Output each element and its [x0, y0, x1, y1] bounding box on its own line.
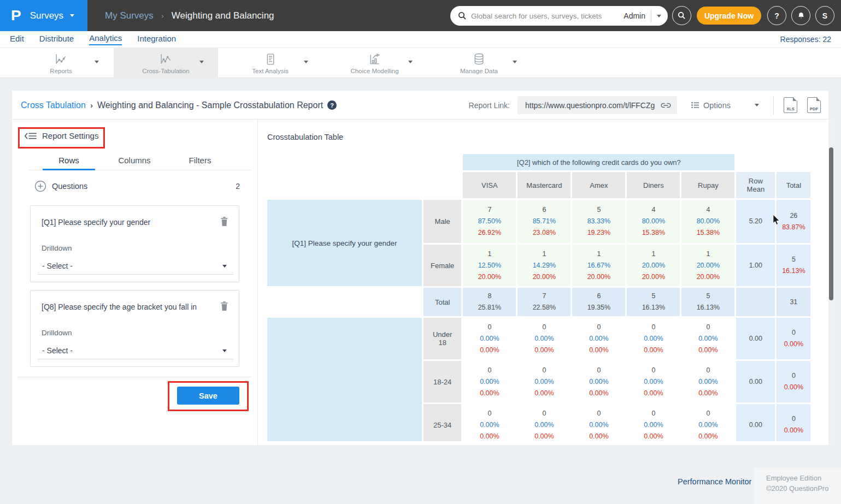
chevron-down-icon[interactable] — [304, 61, 308, 63]
column-header: VISA — [463, 172, 516, 198]
search-scope-selector[interactable]: Admin — [624, 11, 645, 20]
toolbar-label: Cross-Tabulation — [142, 68, 189, 74]
search-icon — [678, 11, 686, 20]
nav-edit[interactable]: Edit — [10, 34, 24, 45]
total-cell: 31 — [777, 288, 810, 316]
report-title: Weighting and Balancing - Sample Crossta… — [97, 100, 323, 110]
performance-monitor-link[interactable]: Performance Monitor — [678, 477, 751, 486]
report-link-label: Report Link: — [469, 101, 510, 110]
tab-columns[interactable]: Columns — [107, 156, 162, 165]
chevron-down-icon[interactable] — [755, 104, 759, 106]
table-row-under-18: Under 18 00.00%0.00% 00.00%0.00% 00.00%0… — [267, 318, 810, 359]
column-header-row: VISA Mastercard Amex Diners Rupay Row Me… — [267, 172, 810, 198]
data-cell: 00.00%0.00% — [627, 404, 680, 441]
data-cell: 619.35% — [572, 288, 625, 316]
crosstab-table: [Q2] which of the following credit cards… — [266, 152, 812, 441]
crosstab-table-title: Crosstabulation Table — [267, 133, 343, 141]
data-cell: 00.00%0.00% — [681, 318, 734, 359]
cross-tab-chart-icon — [159, 52, 173, 66]
scrollbar-thumb[interactable] — [829, 147, 833, 300]
drilldown-select[interactable]: - Select - — [37, 343, 233, 359]
global-search: Admin — [450, 6, 668, 26]
row-header: Under 18 — [424, 318, 461, 359]
delete-question-icon[interactable] — [220, 301, 229, 311]
toolbar-reports[interactable]: Reports — [9, 48, 113, 78]
notifications-button[interactable] — [791, 6, 810, 25]
responses-count: Responses: 22 — [780, 35, 831, 44]
toolbar-choice-modelling[interactable]: Choice Modelling — [322, 48, 427, 78]
options-menu[interactable]: Options — [691, 101, 731, 110]
row-header: Male — [424, 200, 461, 243]
text-document-icon — [263, 52, 277, 66]
column-header: Diners — [627, 172, 680, 198]
q1-group-label: [Q1] Please specify your gender — [267, 200, 422, 286]
report-help-button[interactable]: ? — [327, 100, 337, 110]
product-menu[interactable]: P Surveys — [0, 0, 87, 31]
product-menu-label: Surveys — [30, 10, 63, 21]
avatar[interactable]: S — [815, 6, 834, 25]
chevron-down-icon[interactable] — [513, 61, 517, 63]
nav-distribute[interactable]: Distribute — [39, 34, 74, 45]
toolbar-cross-tabulation[interactable]: Cross-Tabulation — [114, 48, 218, 78]
drilldown-select[interactable]: - Select - — [37, 258, 233, 275]
chevron-down-icon[interactable] — [408, 61, 413, 63]
total-cell: 516.13% — [777, 245, 810, 286]
report-link-url[interactable]: https://www.questionpro.com/t/lFFCZg — [525, 101, 660, 110]
database-icon — [472, 52, 486, 66]
export-pdf-button[interactable]: PDF — [807, 97, 821, 113]
report-link-field[interactable]: https://www.questionpro.com/t/lFFCZg — [517, 96, 677, 114]
row-mean-cell: 0.00 — [736, 318, 775, 359]
toolbar-label: Text Analysis — [252, 68, 288, 74]
search-input[interactable] — [471, 12, 624, 20]
data-cell: 787.50%26.92% — [463, 200, 516, 243]
toolbar-text-analysis[interactable]: Text Analysis — [218, 48, 322, 78]
toolbar-manage-data[interactable]: Manage Data — [427, 48, 531, 78]
chevron-down-icon[interactable] — [95, 61, 99, 63]
data-cell: 480.00%15.38% — [627, 200, 680, 243]
total-cell: 00.00% — [777, 404, 810, 441]
line-chart-icon — [54, 52, 68, 66]
edition-line: ©2020 QuestionPro — [766, 483, 841, 494]
column-header: Rupay — [681, 172, 734, 198]
cross-tabulation-link[interactable]: Cross Tabulation — [21, 100, 86, 110]
breadcrumb-my-surveys[interactable]: My Surveys — [105, 10, 154, 21]
row-mean-header: Row Mean — [736, 172, 775, 198]
question-card-q1: [Q1] Please specify your gender Drilldow… — [30, 205, 239, 282]
help-button[interactable]: ? — [767, 6, 786, 25]
data-cell: 00.00%0.00% — [572, 404, 625, 441]
chevron-down-icon — [222, 265, 227, 268]
main-panel: Cross Tabulation › Weighting and Balanci… — [12, 91, 828, 445]
delete-question-icon[interactable] — [220, 216, 229, 227]
tab-rows[interactable]: Rows — [42, 156, 96, 165]
toolbar-label: Reports — [50, 68, 72, 74]
nav-analytics[interactable]: Analytics — [89, 33, 122, 45]
divider — [773, 96, 774, 115]
row-header: 25-34 — [424, 404, 461, 441]
edition-line: Employee Edition — [766, 473, 841, 483]
chevron-down-icon[interactable] — [657, 15, 661, 17]
upgrade-now-button[interactable]: Upgrade Now — [697, 7, 761, 25]
save-button[interactable]: Save — [177, 387, 239, 405]
chevron-down-icon[interactable] — [199, 61, 204, 63]
data-cell: 120.00%20.00% — [627, 245, 680, 286]
divider — [18, 377, 251, 377]
report-header-bar: Cross Tabulation › Weighting and Balanci… — [12, 91, 828, 120]
collapse-menu-icon — [24, 132, 37, 140]
vertical-scrollbar[interactable] — [828, 120, 834, 445]
report-settings-button[interactable]: Report Settings — [24, 131, 98, 140]
nav-integration[interactable]: Integration — [137, 34, 176, 45]
folded-corner — [817, 97, 821, 101]
drilldown-label: Drilldown — [42, 329, 72, 337]
export-xls-button[interactable]: XLS — [784, 97, 797, 113]
search-button[interactable] — [672, 6, 691, 25]
row-mean-cell: 0.00 — [736, 404, 775, 441]
data-cell: 00.00%0.00% — [463, 318, 516, 359]
tab-filters[interactable]: Filters — [173, 156, 227, 165]
data-cell: 685.71%23.08% — [517, 200, 571, 243]
data-cell: 722.58% — [517, 288, 571, 316]
data-cell: 583.33%19.23% — [572, 200, 625, 243]
data-cell: 114.29%20.00% — [517, 245, 571, 286]
link-icon[interactable] — [660, 102, 672, 109]
data-cell: 516.13% — [681, 288, 734, 316]
add-question-icon[interactable] — [34, 180, 46, 192]
